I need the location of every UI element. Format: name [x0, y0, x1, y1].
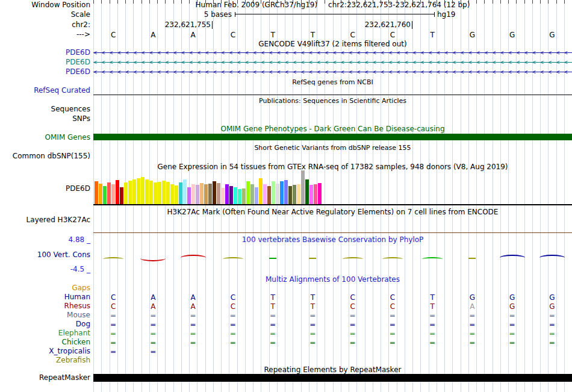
conservation-mark[interactable]: [103, 257, 123, 261]
species-label-zebrafish[interactable]: Zebrafish: [0, 356, 90, 364]
species-label-mouse[interactable]: Mouse: [0, 311, 90, 319]
conservation-mark[interactable]: [181, 255, 206, 261]
conservation-mark[interactable]: [468, 258, 476, 259]
repeatmasker-label[interactable]: RepeatMasker: [0, 374, 90, 382]
alignment-cell: A: [465, 302, 479, 311]
gtex-expression-bar[interactable]: [154, 182, 157, 204]
transcript-line[interactable]: <<<<<<<<<<<<<<<<<<<<<<<<<<<<<<<<<<<<<<<<…: [93, 58, 572, 66]
gtex-expression-bar[interactable]: [145, 179, 149, 204]
species-label-x_tropicalis[interactable]: X_tropicalis: [0, 347, 90, 355]
gtex-expression-bar[interactable]: [301, 170, 305, 204]
omim-genes-label[interactable]: OMIM Genes: [0, 134, 90, 142]
gencode-item-label[interactable]: PDE6D: [0, 68, 90, 76]
conservation-track-label[interactable]: 100 Vert. Cons: [0, 251, 90, 259]
species-label-human[interactable]: Human: [0, 293, 90, 301]
gtex-expression-bar[interactable]: [179, 182, 182, 204]
gtex-expression-bar[interactable]: [288, 186, 292, 204]
gtex-expression-bar[interactable]: [116, 180, 119, 204]
conservation-mark[interactable]: [500, 255, 525, 261]
gtex-expression-bar[interactable]: [124, 182, 128, 204]
gtex-expression-bar[interactable]: [255, 187, 258, 204]
gtex-expression-bar[interactable]: [284, 180, 288, 204]
gtex-expression-bar[interactable]: [132, 179, 136, 204]
gtex-expression-bar[interactable]: [276, 184, 279, 204]
gtex-expression-bar[interactable]: [99, 184, 102, 204]
species-label-elephant[interactable]: Elephant: [0, 329, 90, 337]
gtex-expression-bar[interactable]: [187, 187, 191, 204]
species-label-gaps[interactable]: Gaps: [0, 284, 90, 292]
gtex-expression-bar[interactable]: [213, 181, 216, 204]
gtex-expression-bar[interactable]: [246, 181, 250, 204]
gtex-expression-bar[interactable]: [170, 184, 174, 204]
gtex-expression-bar[interactable]: [166, 182, 170, 204]
gtex-expression-bar[interactable]: [149, 181, 153, 204]
gtex-expression-bar[interactable]: [225, 184, 229, 204]
gtex-expression-bar[interactable]: [221, 188, 225, 204]
conservation-mark[interactable]: [309, 258, 316, 259]
conservation-mark[interactable]: [343, 257, 363, 261]
base-letter: C: [106, 31, 120, 39]
conservation-mark[interactable]: [539, 255, 565, 261]
transcript-line[interactable]: <<<<<<<<<<<<<<<<<<<<<<<<<<<<<<<<<<<<<<<<…: [93, 68, 572, 76]
gtex-expression-bar[interactable]: [191, 184, 195, 204]
gtex-expression-bar[interactable]: [242, 188, 246, 204]
gtex-expression-bar[interactable]: [229, 186, 233, 204]
conservation-mark[interactable]: [269, 258, 276, 259]
gtex-expression-bar[interactable]: [95, 181, 98, 204]
gtex-expression-bar[interactable]: [238, 189, 241, 204]
gencode-item-label[interactable]: PDE6D: [0, 58, 90, 66]
gtex-expression-bar[interactable]: [263, 184, 267, 204]
gtex-expression-bar[interactable]: [162, 181, 166, 204]
gtex-expression-bar[interactable]: [204, 184, 208, 204]
gtex-expression-bar[interactable]: [217, 183, 220, 204]
omim-gene-bar[interactable]: [93, 134, 572, 140]
multiz-title: Multiz Alignments of 100 Vertebrates: [93, 276, 572, 284]
gtex-expression-bar[interactable]: [309, 185, 313, 204]
gtex-expression-bar[interactable]: [314, 184, 317, 204]
base-letter: G: [505, 31, 520, 39]
gtex-expression-bar[interactable]: [200, 183, 204, 204]
gtex-expression-bar[interactable]: [293, 185, 296, 204]
gtex-expression-bar[interactable]: [137, 178, 140, 204]
conservation-mark[interactable]: [422, 257, 443, 261]
gtex-expression-bar[interactable]: [107, 182, 111, 204]
conservation-mark[interactable]: [223, 257, 243, 261]
gtex-expression-bar[interactable]: [208, 184, 212, 204]
gtex-expression-bar[interactable]: [111, 184, 115, 204]
species-label-rhesus[interactable]: Rhesus: [0, 302, 90, 310]
gtex-expression-bar[interactable]: [183, 179, 187, 204]
snps-label[interactable]: SNPs: [0, 115, 90, 123]
gencode-item-label[interactable]: PDE6D: [0, 49, 90, 57]
alignment-cell: =: [465, 320, 479, 329]
gtex-expression-bar[interactable]: [250, 184, 254, 204]
gtex-expression-bar[interactable]: [259, 178, 263, 204]
gtex-expression-bar[interactable]: [234, 187, 237, 204]
gtex-expression-bar[interactable]: [280, 181, 284, 204]
alignment-cell: =: [346, 311, 360, 320]
gtex-expression-bar[interactable]: [175, 185, 178, 204]
gtex-expression-bar[interactable]: [305, 179, 309, 204]
gtex-gene-label[interactable]: PDE6D: [0, 185, 90, 193]
gtex-expression-bar[interactable]: [318, 183, 322, 204]
gtex-expression-bar[interactable]: [128, 181, 132, 204]
conservation-mark[interactable]: [382, 257, 403, 261]
gtex-expression-bar[interactable]: [141, 177, 145, 204]
gtex-expression-bar[interactable]: [196, 185, 199, 204]
gtex-expression-bar[interactable]: [267, 186, 271, 204]
refseq-curated-label[interactable]: RefSeq Curated: [0, 87, 90, 95]
alignment-cell: =: [385, 329, 400, 338]
gtex-expression-bar[interactable]: [120, 187, 123, 204]
h3k27ac-signal-line[interactable]: [93, 232, 572, 233]
gtex-expression-bar[interactable]: [272, 181, 275, 204]
transcript-line[interactable]: <<<<<<<<<<<<<<<<<<<<<<<<<<<<<<<<<<<<<<<<…: [93, 49, 572, 57]
sequences-label[interactable]: Sequences: [0, 105, 90, 113]
gtex-expression-bar[interactable]: [297, 184, 300, 204]
gtex-expression-bar[interactable]: [103, 186, 107, 204]
refseq-gene-line[interactable]: [93, 95, 572, 95]
gtex-expression-bar[interactable]: [158, 182, 161, 204]
species-label-dog[interactable]: Dog: [0, 320, 90, 328]
repeatmasker-bar[interactable]: [93, 374, 572, 382]
species-label-chicken[interactable]: Chicken: [0, 338, 90, 346]
common-dbsnp-label[interactable]: Common dbSNP(155): [0, 152, 90, 160]
layered-h3k27ac-label[interactable]: Layered H3K27Ac: [0, 216, 90, 224]
